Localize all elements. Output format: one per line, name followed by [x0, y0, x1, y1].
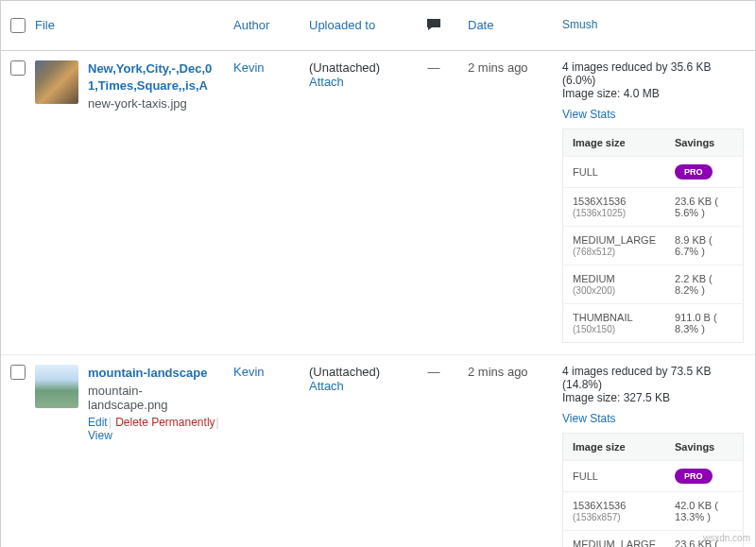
delete-link[interactable]: Delete Permanently [115, 416, 215, 429]
date-value: 2 mins ago [462, 51, 557, 77]
stats-saving: 8.9 KB ( 6.7% ) [665, 227, 743, 265]
edit-link[interactable]: Edit [88, 416, 108, 429]
unattached-label: (Unattached) [309, 365, 400, 379]
stats-saving: 23.6 KB ( 5.6% ) [665, 188, 743, 227]
stats-size-name: THUMBNAIL(150x150) [563, 304, 666, 343]
stats-size-name: MEDIUM(300x200) [563, 265, 666, 304]
author-link[interactable]: Kevin [228, 355, 303, 381]
stats-row: MEDIUM(300x200) 2.2 KB ( 8.2% ) [563, 265, 744, 304]
smush-summary: 4 images reduced by 73.5 KB (14.8%) [562, 365, 744, 391]
smush-image-size: Image size: 4.0 MB [562, 87, 744, 100]
stats-size-name: MEDIUM_LARGE(768x429) [563, 531, 666, 548]
media-table: File Author Uploaded to Date Smush New,Y… [0, 0, 756, 547]
table-header: File Author Uploaded to Date Smush [1, 1, 755, 51]
table-row: New,York,City,-,Dec,01,Times,Square,,is,… [1, 51, 755, 355]
attach-link[interactable]: Attach [309, 75, 400, 89]
row-checkbox[interactable] [10, 365, 26, 380]
stats-row: 1536X1536(1536x1025) 23.6 KB ( 5.6% ) [563, 188, 744, 227]
stats-size-name: FULL [563, 461, 666, 492]
stats-size-name: 1536X1536(1536x857) [563, 492, 666, 531]
stats-saving: PRO [665, 157, 743, 188]
attach-link[interactable]: Attach [309, 379, 400, 393]
stats-saving: 911.0 B ( 8.3% ) [665, 304, 743, 343]
stats-size-name: FULL [563, 157, 666, 188]
file-name: mountain-landscape.png [88, 384, 222, 412]
col-author[interactable]: Author [228, 9, 303, 34]
row-checkbox[interactable] [10, 60, 26, 76]
view-stats-link[interactable]: View Stats [562, 412, 615, 425]
thumbnail[interactable] [35, 365, 78, 408]
stats-row: 1536X1536(1536x857) 42.0 KB ( 13.3% ) [563, 492, 744, 531]
stats-saving: 2.2 KB ( 8.2% ) [665, 265, 743, 304]
stats-head-savings: Savings [665, 129, 743, 157]
smush-image-size: Image size: 327.5 KB [562, 391, 744, 404]
thumbnail[interactable] [35, 60, 78, 104]
stats-head-size: Image size [563, 129, 666, 157]
file-title[interactable]: New,York,City,-,Dec,01,Times,Square,,is,… [88, 60, 222, 94]
stats-table: Image sizeSavings FULL PRO 1536X1536(153… [562, 433, 744, 547]
stats-row: MEDIUM_LARGE(768x512) 8.9 KB ( 6.7% ) [563, 227, 744, 265]
stats-head-savings: Savings [665, 434, 743, 461]
stats-row: FULL PRO [563, 461, 744, 492]
file-title[interactable]: mountain-landscape [88, 365, 222, 382]
stats-head-size: Image size [563, 434, 666, 461]
comments-dash: — [405, 355, 462, 381]
stats-size-name: MEDIUM_LARGE(768x512) [563, 227, 666, 265]
col-file[interactable]: File [29, 9, 228, 34]
col-date[interactable]: Date [462, 9, 557, 34]
table-row: mountain-landscape mountain-landscape.pn… [1, 355, 755, 547]
comment-icon [426, 18, 441, 31]
comments-dash: — [405, 51, 462, 77]
stats-size-name: 1536X1536(1536x1025) [563, 188, 666, 227]
author-link[interactable]: Kevin [228, 51, 303, 77]
col-smush[interactable]: Smush [557, 9, 755, 43]
pro-badge: PRO [675, 469, 713, 484]
stats-row: FULL PRO [563, 157, 744, 188]
col-comments[interactable] [405, 9, 462, 36]
stats-row: THUMBNAIL(150x150) 911.0 B ( 8.3% ) [563, 304, 744, 343]
file-name: new-york-taxis.jpg [88, 96, 222, 111]
col-uploaded-to[interactable]: Uploaded to [303, 9, 405, 34]
stats-saving: 42.0 KB ( 13.3% ) [665, 492, 743, 531]
stats-saving: PRO [665, 461, 743, 492]
smush-summary: 4 images reduced by 35.6 KB (6.0%) [562, 60, 744, 87]
stats-table: Image sizeSavings FULL PRO 1536X1536(153… [562, 128, 744, 343]
view-link[interactable]: View [88, 429, 112, 442]
date-value: 2 mins ago [462, 355, 557, 381]
watermark: wsxdn.com [703, 533, 750, 543]
view-stats-link[interactable]: View Stats [562, 108, 615, 121]
unattached-label: (Unattached) [309, 60, 400, 75]
row-actions: Edit| Delete Permanently| View [88, 416, 222, 442]
pro-badge: PRO [675, 164, 713, 179]
select-all-checkbox[interactable] [10, 18, 26, 33]
